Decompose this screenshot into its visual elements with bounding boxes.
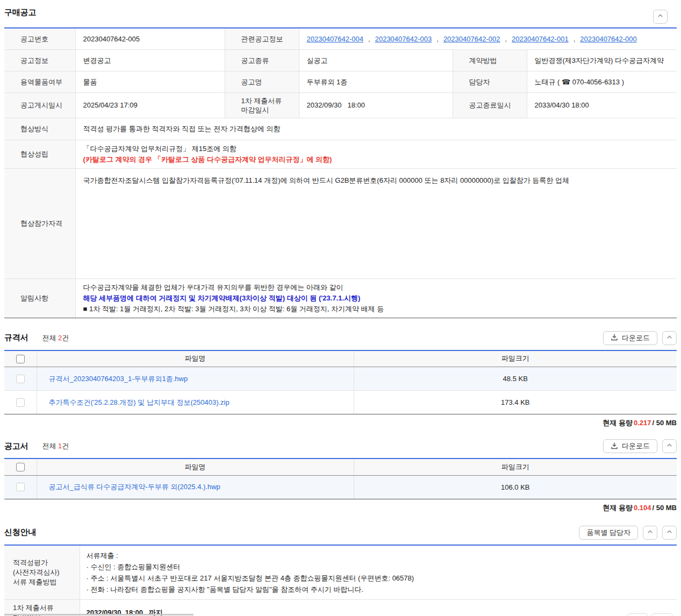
field-label-post-date: 공고게시일시 xyxy=(4,92,75,118)
field-label-nego-method: 협상방식 xyxy=(4,118,75,140)
capacity-total: / 50 MB xyxy=(652,419,677,427)
item-manager-button[interactable]: 품목별 담당자 xyxy=(579,526,638,540)
download-icon xyxy=(611,333,618,342)
select-all-cell xyxy=(4,459,37,475)
field-value-due-date: 2032/09/30 18:00 xyxy=(299,92,453,118)
link-separator: , xyxy=(505,35,507,43)
apply-info-table: 적격성평가 (사전자격심사) 서류 제출방법 서류제출 : · 수신인 : 종합… xyxy=(4,545,677,616)
table-row: 규격서_2023040764203_1-두부류외1종.hwp 48.5 KB xyxy=(4,367,677,391)
item-manager-button-label: 품목별 담당자 xyxy=(586,528,630,538)
capacity-used: 0.104 xyxy=(634,504,651,512)
field-value-qualification: 국가종합전자조달시스템 입찰참가자격등록규정('07.11.14 개정)에 의하… xyxy=(75,168,677,278)
field-label-kind: 공고종류 xyxy=(225,49,299,71)
file-link[interactable]: 공고서_급식류 다수공급자계약-두부류 외(2025.4.).hwp xyxy=(49,483,220,491)
purchase-announcement-section: 구매공고 공고번호 20230407642-005 관련공고정보 2023040… xyxy=(4,0,677,318)
chevron-up-icon xyxy=(666,334,673,342)
collapse-button-partial[interactable] xyxy=(627,613,648,616)
purchase-info-table: 공고번호 20230407642-005 관련공고정보 20230407642-… xyxy=(4,27,677,318)
field-value-info: 변경공고 xyxy=(75,49,225,71)
file-size: 106.0 KB xyxy=(354,475,677,499)
notice-line3: ■ 1차 적발: 1월 거래정지, 2차 적발: 3월 거래정지, 3차 이상 … xyxy=(83,304,671,314)
select-all-checkbox[interactable] xyxy=(16,355,25,363)
field-label-announce-no: 공고번호 xyxy=(4,28,75,49)
section-title-announce-doc: 공고서 xyxy=(4,441,28,452)
column-header-filename: 파일명 xyxy=(37,459,354,475)
spec-section-header: 규격서 전체 2건 다운로드 xyxy=(4,331,677,345)
link-separator: , xyxy=(368,35,370,43)
announce-doc-file-table: 파일명 파일크기 공고서_급식류 다수공급자계약-두부류 외(2025.4.).… xyxy=(4,458,677,499)
related-link[interactable]: 20230407642-001 xyxy=(512,35,569,43)
section-title-spec: 규격서 xyxy=(4,333,28,343)
download-icon xyxy=(611,442,618,451)
field-value-end-date: 2033/04/30 18:00 xyxy=(527,92,677,118)
notice-line2: 해당 세부품명에 대하여 거래정지 및 차기계약배제(3차이상 적발) 대상이 … xyxy=(83,293,671,304)
field-label-notice: 알림사항 xyxy=(4,278,75,318)
row-checkbox[interactable] xyxy=(16,398,25,407)
capacity-total: / 50 MB xyxy=(652,504,677,512)
spec-document-section: 규격서 전체 2건 다운로드 파일명 파일크기 규격서_202304076420… xyxy=(4,331,677,428)
page-title: 구매공고 xyxy=(4,8,36,18)
field-value-category: 물품 xyxy=(75,71,225,92)
capacity-status: 현재 용량0.217/ 50 MB xyxy=(4,418,677,428)
field-label-related: 관련공고정보 xyxy=(225,28,299,49)
field-value-nego-establish: 「다수공급자계약 업무처리규정」 제15조에 의함 (카탈로그 계약의 경우 「… xyxy=(75,140,677,168)
column-header-filesize: 파일크기 xyxy=(354,350,677,367)
field-value-announce-no: 20230407642-005 xyxy=(75,28,225,49)
horizontal-scrollbar[interactable] xyxy=(4,614,193,615)
field-value-name: 두부류외 1종 xyxy=(299,71,453,92)
collapse-button[interactable] xyxy=(662,331,677,345)
file-link[interactable]: 추가특수조건('25.2.28.개정) 및 납지부대 정보(250403).zi… xyxy=(49,398,230,406)
related-link[interactable]: 20230407642-004 xyxy=(307,35,364,43)
field-label-submit-method: 적격성평가 (사전자격심사) 서류 제출방법 xyxy=(4,545,80,600)
field-label-due-date: 1차 제출서류 마감일시 xyxy=(225,92,299,118)
field-value-notice: 다수공급자계약을 체결한 업체가 우대가격 유지의무를 위반한 경우에는 아래와… xyxy=(75,278,677,318)
related-link[interactable]: 20230407642-003 xyxy=(375,35,432,43)
select-all-checkbox[interactable] xyxy=(16,463,25,471)
field-label-contract: 계약방법 xyxy=(453,49,527,71)
apply-section-header: 신청안내 품목별 담당자 xyxy=(4,526,677,540)
field-value-post-date: 2025/04/23 17:09 xyxy=(75,92,225,118)
field-label-nego-establish: 협상성립 xyxy=(4,140,75,168)
application-guide-section: 신청안내 품목별 담당자 적격성평가 (사전자격심사) 서류 제출방법 서류제출… xyxy=(4,526,677,616)
submit-method-line: · 수신인 : 종합쇼핑몰지원센터 xyxy=(87,561,671,572)
related-link[interactable]: 20230407642-000 xyxy=(580,35,637,43)
field-label-end-date: 공고종료일시 xyxy=(453,92,527,118)
link-separator: , xyxy=(436,35,439,43)
chevron-up-icon xyxy=(657,12,664,21)
field-label-qualification: 협상참가자격 xyxy=(4,168,75,278)
total-count-suffix: 건 xyxy=(62,442,69,450)
collapse-button[interactable] xyxy=(662,526,677,540)
submit-method-line: · 전화 : 나라장터 종합쇼핑몰 공지사항 "품목별 담당자 알림"을 참조하… xyxy=(87,584,671,595)
download-button[interactable]: 다운로드 xyxy=(603,439,657,453)
collapse-button[interactable] xyxy=(653,10,668,24)
field-label-info: 공고정보 xyxy=(4,49,75,71)
nego-establish-line1: 「다수공급자계약 업무처리규정」 제15조에 의함 xyxy=(83,144,671,154)
notice-line1: 다수공급자계약을 체결한 업체가 우대가격 유지의무를 위반한 경우에는 아래와… xyxy=(83,282,671,293)
capacity-used: 0.217 xyxy=(634,419,651,427)
collapse-button[interactable] xyxy=(662,439,677,453)
file-size: 48.5 KB xyxy=(354,367,677,391)
table-row: 추가특수조건('25.2.28.개정) 및 납지부대 정보(250403).zi… xyxy=(4,391,677,414)
field-value-manager: 노태규 ( ☎ 070-4056-6313 ) xyxy=(527,71,677,92)
related-link[interactable]: 20230407642-002 xyxy=(443,35,500,43)
file-link[interactable]: 규격서_2023040764203_1-두부류외1종.hwp xyxy=(49,375,188,383)
field-value-submit-method: 서류제출 : · 수신인 : 종합쇼핑몰지원센터 · 주소 : 서울특별시 서초… xyxy=(80,545,677,600)
field-label-category: 용역물품여부 xyxy=(4,71,75,92)
collapse-button-partial[interactable] xyxy=(651,613,673,616)
field-value-kind: 실공고 xyxy=(299,49,453,71)
download-button[interactable]: 다운로드 xyxy=(603,331,657,345)
row-checkbox[interactable] xyxy=(16,375,25,383)
chevron-up-icon xyxy=(666,528,673,537)
total-count-suffix: 건 xyxy=(62,334,69,342)
total-label: 전체 xyxy=(42,442,56,450)
file-size: 173.4 KB xyxy=(354,391,677,414)
chevron-up-icon xyxy=(647,528,654,537)
link-separator: , xyxy=(574,35,576,43)
row-checkbox[interactable] xyxy=(16,483,25,491)
capacity-label: 현재 용량 xyxy=(603,419,633,427)
collapse-button[interactable] xyxy=(643,526,657,540)
related-links-cell: 20230407642-004,20230407642-003,20230407… xyxy=(299,28,677,49)
table-row: 공고서_급식류 다수공급자계약-두부류 외(2025.4.).hwp 106.0… xyxy=(4,475,677,499)
spec-file-table: 파일명 파일크기 규격서_2023040764203_1-두부류외1종.hwp … xyxy=(4,350,677,415)
announce-doc-section-header: 공고서 전체 1건 다운로드 xyxy=(4,439,677,453)
